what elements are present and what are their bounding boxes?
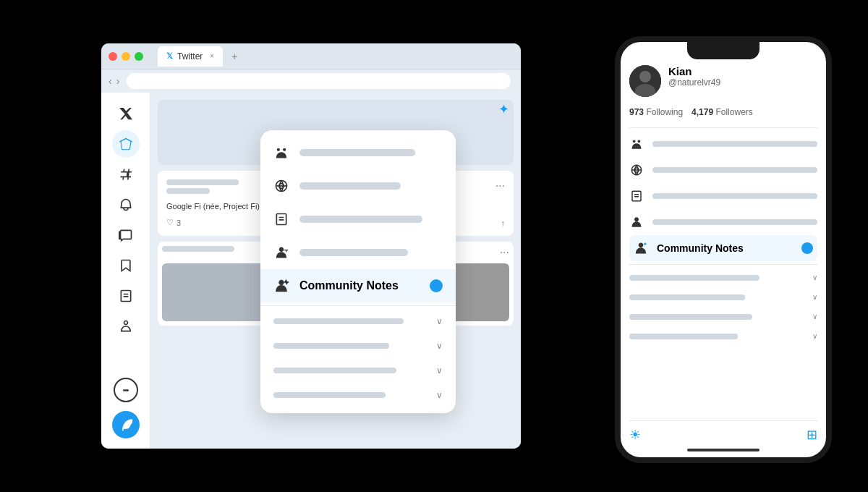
- phone-topics-icon: [629, 163, 644, 177]
- profile-header: Kian @naturelvr49: [629, 65, 817, 97]
- profile-avatar: [629, 65, 661, 97]
- menu-subitem-2[interactable]: ∨: [260, 334, 456, 358]
- phone-home-indicator[interactable]: [687, 449, 760, 451]
- svg-point-0: [277, 148, 280, 151]
- sidebar-icon-compose[interactable]: [112, 411, 140, 438]
- profile-name: Kian: [668, 65, 817, 77]
- sidebar-icon-more[interactable]: •••: [114, 378, 138, 402]
- menu-line-1: [299, 149, 415, 156]
- menu-item-community-notes[interactable]: Community Notes: [260, 269, 456, 302]
- menu-sub-line-1: [273, 318, 404, 324]
- connections-icon: [273, 145, 289, 161]
- phone-menu-lists[interactable]: [629, 183, 817, 209]
- phone-connections-icon: [629, 137, 644, 151]
- phone-sub-line-1: [629, 275, 760, 281]
- followers-number: 4,179: [692, 107, 713, 117]
- menu-subitem-4[interactable]: ∨: [260, 383, 456, 407]
- tweet-likes[interactable]: ♡ 3: [166, 218, 181, 227]
- phone-subitem-2[interactable]: ∨: [629, 287, 817, 307]
- profile-stats: 973 Following 4,179 Followers: [629, 107, 817, 117]
- menu-subitem-3[interactable]: ∨: [260, 358, 456, 383]
- profile-info: Kian @naturelvr49: [668, 65, 817, 88]
- svg-point-6: [639, 71, 651, 82]
- traffic-light-yellow[interactable]: [122, 52, 130, 61]
- browser-tab[interactable]: 𝕏 Twitter ×: [158, 46, 223, 67]
- tweet-user-line-3: [162, 246, 234, 252]
- phone-connect-icon: [629, 215, 644, 229]
- browser-titlebar: 𝕏 Twitter × +: [101, 43, 521, 69]
- browser-nav: ‹ ›: [101, 69, 521, 93]
- chevron-icon-2: ∨: [436, 341, 443, 351]
- phone-chevron-1: ∨: [812, 273, 817, 281]
- sidebar-icon-notifications[interactable]: [112, 191, 140, 219]
- tweet-more-button-3[interactable]: ···: [500, 246, 509, 259]
- traffic-light-red[interactable]: [109, 52, 117, 61]
- phone-community-notes-label: Community Notes: [657, 242, 744, 254]
- svg-point-8: [633, 140, 636, 143]
- menu-line-3: [299, 216, 422, 223]
- forward-button[interactable]: ›: [116, 75, 120, 87]
- svg-point-1: [283, 148, 286, 151]
- sidebar-icon-profile[interactable]: [112, 313, 140, 340]
- url-bar[interactable]: [127, 73, 511, 89]
- mobile-phone: Kian @naturelvr49 973 Following 4,179 Fo…: [615, 36, 832, 463]
- heart-icon: ♡: [166, 218, 174, 227]
- menu-item-connect[interactable]: [260, 236, 456, 269]
- phone-menu-connect[interactable]: [629, 209, 817, 235]
- phone-community-notes-icon: [634, 241, 648, 255]
- menu-line-4: [299, 249, 408, 256]
- tab-close-button[interactable]: ×: [210, 52, 214, 60]
- tab-label: Twitter: [177, 51, 203, 62]
- phone-lists-icon: [629, 189, 644, 203]
- menu-line-2: [299, 182, 401, 190]
- phone-subitem-3[interactable]: ∨: [629, 307, 817, 326]
- phone-sun-icon[interactable]: ☀: [629, 427, 641, 443]
- menu-item-lists[interactable]: [260, 203, 456, 236]
- phone-menu-connections[interactable]: [629, 131, 817, 157]
- traffic-light-green[interactable]: [135, 52, 143, 61]
- sidebar-icon-bookmarks[interactable]: [112, 252, 140, 279]
- share-icon: ↑: [501, 219, 506, 227]
- connect-icon: [273, 245, 289, 260]
- chevron-icon-1: ∨: [436, 316, 443, 326]
- phone-menu-line-3: [652, 193, 817, 199]
- sidebar-icon-home[interactable]: [112, 130, 140, 158]
- chevron-icon-4: ∨: [436, 390, 443, 400]
- sidebar-icon-explore[interactable]: [112, 161, 140, 188]
- menu-subitem-1[interactable]: ∨: [260, 309, 456, 334]
- phone-content: Kian @naturelvr49 973 Following 4,179 Fo…: [621, 59, 826, 457]
- phone-sub-line-3: [629, 314, 752, 320]
- phone-menu-line-1: [652, 141, 817, 147]
- phone-chevron-2: ∨: [812, 293, 817, 301]
- phone-chevron-3: ∨: [812, 313, 817, 321]
- tweet-more-button[interactable]: ···: [495, 179, 505, 192]
- phone-subitem-4[interactable]: ∨: [629, 326, 817, 346]
- sidebar-icon-messages[interactable]: [112, 221, 140, 249]
- phone-menu-line-2: [652, 167, 817, 173]
- new-tab-button[interactable]: +: [231, 51, 237, 62]
- back-button[interactable]: ‹: [109, 75, 112, 87]
- community-notes-label: Community Notes: [299, 279, 399, 292]
- phone-menu-topics[interactable]: [629, 157, 817, 183]
- phone-sub-line-4: [629, 334, 738, 339]
- phone-grid-icon[interactable]: ⊞: [807, 427, 817, 443]
- sidebar-icon-x[interactable]: [112, 100, 140, 127]
- tweet-share[interactable]: ↑: [501, 219, 506, 227]
- menu-item-connections[interactable]: [260, 136, 456, 169]
- menu-item-topics[interactable]: [260, 169, 456, 203]
- phone-community-notes-dot: [801, 242, 813, 254]
- following-count: 973 Following: [629, 107, 683, 117]
- phone-menu-community-notes[interactable]: Community Notes: [629, 235, 817, 261]
- browser-window: 𝕏 Twitter × + ‹ ›: [101, 43, 521, 449]
- menu-sub-line-3: [273, 368, 396, 373]
- sparkle-icon[interactable]: ✦: [498, 101, 509, 117]
- followers-label: Followers: [715, 107, 752, 117]
- phone-subitem-1[interactable]: ∨: [629, 268, 817, 287]
- profile-handle: @naturelvr49: [668, 77, 817, 88]
- more-icon: •••: [123, 386, 129, 394]
- sidebar-icon-lists[interactable]: [112, 282, 140, 310]
- phone-divider-top: [629, 127, 817, 128]
- topics-icon: [273, 178, 289, 194]
- twitter-tab-icon: 𝕏: [166, 51, 173, 61]
- following-number: 973: [629, 107, 644, 117]
